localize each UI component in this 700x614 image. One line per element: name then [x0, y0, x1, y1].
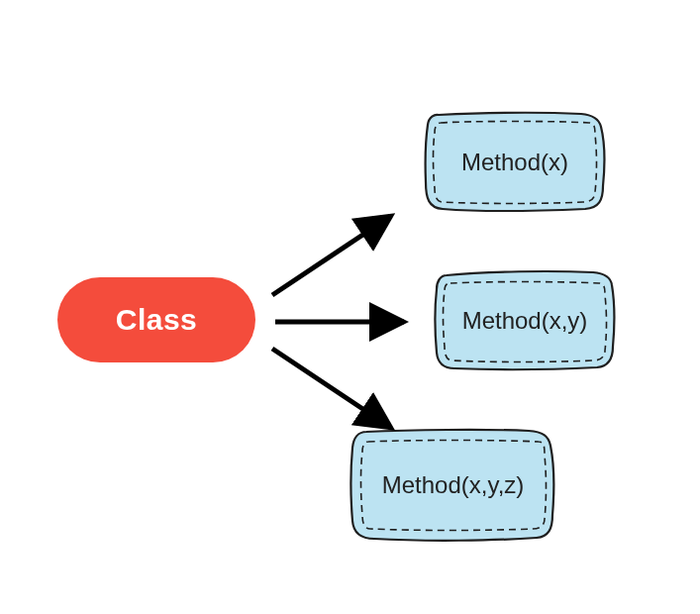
method-label: Method(x) — [461, 149, 568, 176]
class-node: Class — [57, 277, 255, 362]
method-node-2: Method(x,y) — [431, 267, 619, 374]
method-label: Method(x,y,z) — [382, 471, 525, 499]
method-label: Method(x,y) — [462, 307, 588, 335]
diagram-stage: Class Method(x) Method(x,y) — [0, 0, 700, 614]
arrow-to-method-1 — [272, 216, 391, 295]
method-node-3: Method(x,y,z) — [347, 426, 559, 545]
class-label: Class — [116, 303, 198, 337]
method-node-1: Method(x) — [421, 109, 609, 216]
arrow-to-method-3 — [272, 349, 391, 428]
